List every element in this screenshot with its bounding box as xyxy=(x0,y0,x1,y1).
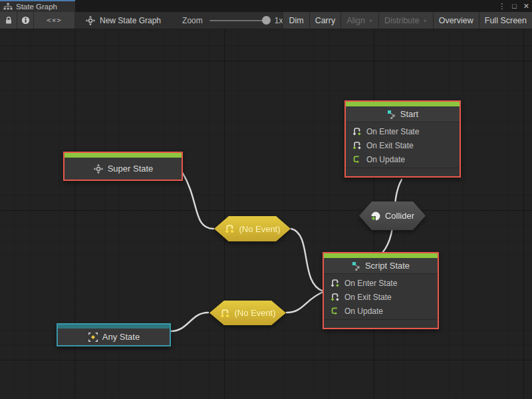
node-title-bar: Super State xyxy=(65,158,182,180)
align-label: Align xyxy=(346,16,365,25)
carry-button[interactable]: Carry xyxy=(309,12,341,29)
node-title-bar: Any State xyxy=(58,329,170,345)
info-button[interactable] xyxy=(17,12,34,29)
graph-toolbar: <×> New State Graph Zoom 1x xyxy=(0,12,532,29)
zoom-control: Zoom 1x xyxy=(168,12,283,29)
event-label: On Update xyxy=(366,155,405,164)
chevron-down-icon: ▼ xyxy=(368,19,373,23)
maximize-icon[interactable]: □ xyxy=(512,0,517,12)
toolbar-right-group: Dim Carry Align ▼ Distribute ▼ Overview … xyxy=(283,12,532,29)
lock-button[interactable] xyxy=(0,12,17,29)
node-title: Start xyxy=(400,109,418,119)
node-title: Script State xyxy=(365,261,410,271)
state-node-super-state[interactable]: Super State xyxy=(63,152,183,181)
event-label: On Exit State xyxy=(366,141,414,150)
transition-noevent-1[interactable]: (No Event) xyxy=(214,216,291,241)
state-accent-bar xyxy=(65,153,182,158)
on-update-icon xyxy=(330,306,340,316)
edge-noevent-to-scriptstate xyxy=(291,229,323,291)
on-enter-state-icon xyxy=(330,278,340,288)
kebab-menu-icon[interactable]: ⋮ xyxy=(498,0,505,12)
zoom-label: Zoom xyxy=(182,16,203,25)
tab-title: State Graph xyxy=(16,3,57,11)
event-row: On Enter State xyxy=(324,276,438,290)
node-title: Any State xyxy=(102,332,140,342)
state-graph-icon xyxy=(85,15,96,26)
edge-superstate-to-noevent xyxy=(182,172,213,229)
flow-graph-icon xyxy=(352,261,361,271)
zoom-value: 1x xyxy=(275,16,283,25)
node-title-bar: Start xyxy=(346,106,460,122)
any-state-icon xyxy=(88,332,98,342)
dim-label: Dim xyxy=(289,16,303,25)
toolbar-toggle-group: <×> xyxy=(0,12,75,29)
graph-canvas[interactable]: Collider (No Event) xyxy=(0,29,532,399)
distribute-label: Distribute xyxy=(384,16,420,25)
no-event-icon xyxy=(219,308,230,319)
state-node-any-state[interactable]: Any State xyxy=(57,323,171,346)
state-node-start[interactable]: Start On Enter State xyxy=(344,100,461,178)
node-title: Super State xyxy=(108,164,154,174)
on-exit-state-icon xyxy=(330,292,340,302)
overview-button[interactable]: Overview xyxy=(433,12,479,29)
zoom-slider[interactable] xyxy=(209,20,268,21)
collider-transition-node[interactable]: Collider xyxy=(359,201,426,230)
event-row: On Update xyxy=(346,152,460,166)
lock-icon xyxy=(5,16,13,25)
event-row: On Exit State xyxy=(324,290,438,304)
state-node-script-state[interactable]: Script State On Enter State xyxy=(323,252,439,329)
dim-button[interactable]: Dim xyxy=(283,12,309,29)
toolbar-spacer xyxy=(75,12,84,29)
full-screen-button[interactable]: Full Screen xyxy=(479,12,532,29)
on-exit-state-icon xyxy=(352,140,362,150)
event-label: On Exit State xyxy=(344,293,392,302)
tab-state-graph[interactable]: State Graph xyxy=(0,0,75,12)
carry-label: Carry xyxy=(315,16,336,25)
event-row: On Exit State xyxy=(346,138,460,152)
overview-label: Overview xyxy=(439,16,473,25)
transition-label: (No Event) xyxy=(239,224,280,234)
collider-label: Collider xyxy=(385,211,414,221)
edge-noevent-to-scriptstate-2 xyxy=(287,292,323,313)
tab-bar: State Graph ⋮ □ ✕ xyxy=(0,0,532,12)
window-controls: ⋮ □ ✕ xyxy=(498,0,529,12)
on-enter-state-icon xyxy=(352,126,362,136)
zoom-slider-thumb[interactable] xyxy=(262,16,271,25)
transition-label: (No Event) xyxy=(234,308,275,318)
state-graph-window: State Graph ⋮ □ ✕ xyxy=(0,0,532,399)
super-state-icon xyxy=(93,164,104,174)
flow-graph-icon xyxy=(387,110,396,119)
node-footer xyxy=(324,319,438,328)
new-state-graph-button[interactable]: New State Graph xyxy=(84,12,168,29)
event-row: On Update xyxy=(324,304,438,318)
chevron-down-icon: ▼ xyxy=(423,19,428,23)
event-row: On Enter State xyxy=(346,124,460,138)
on-update-icon xyxy=(352,154,362,164)
event-label: On Enter State xyxy=(366,127,419,136)
state-accent-bar xyxy=(346,102,460,106)
state-accent-bar xyxy=(324,253,438,258)
graph-hierarchy-icon xyxy=(3,3,13,11)
no-event-icon xyxy=(224,223,235,234)
close-icon[interactable]: ✕ xyxy=(523,0,529,12)
collider-icon xyxy=(370,211,381,221)
info-icon xyxy=(21,16,30,25)
node-title-bar: Script State xyxy=(324,258,438,274)
full-screen-label: Full Screen xyxy=(485,16,527,25)
node-footer xyxy=(346,168,460,176)
align-dropdown[interactable]: Align ▼ xyxy=(340,12,378,29)
transition-noevent-2[interactable]: (No Event) xyxy=(209,301,286,325)
event-label: On Enter State xyxy=(344,279,397,288)
new-state-graph-label: New State Graph xyxy=(100,16,161,25)
node-event-list: On Enter State On Exit State xyxy=(324,274,438,319)
edge-anystate-to-noevent xyxy=(171,313,208,331)
node-event-list: On Enter State On Exit State xyxy=(346,122,460,168)
event-label: On Update xyxy=(344,307,383,316)
distribute-dropdown[interactable]: Distribute ▼ xyxy=(378,12,433,29)
value-toggle-button[interactable]: <×> xyxy=(34,12,75,29)
